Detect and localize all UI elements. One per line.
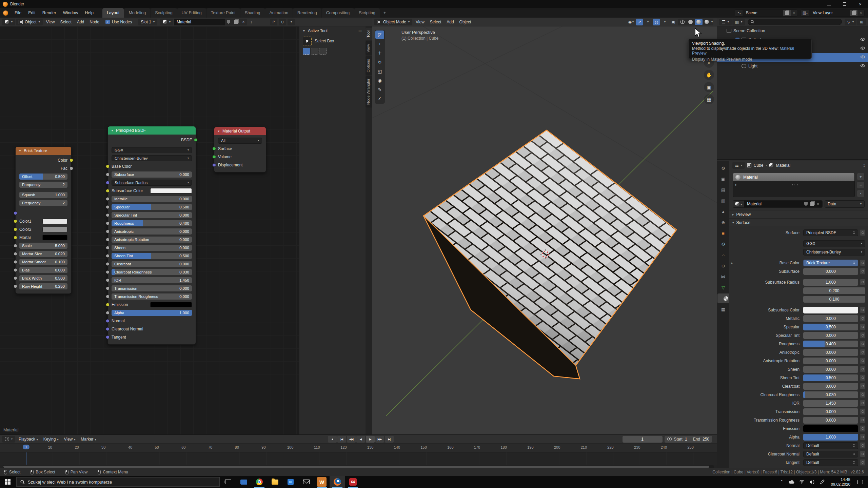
taskbar-search-input[interactable]: Szukaj w sieci Web i na swoim komputerze bbox=[16, 477, 220, 487]
topbar-menu[interactable]: File bbox=[11, 8, 25, 18]
topbar-menu[interactable]: Edit bbox=[25, 8, 39, 18]
auto-keying-button[interactable]: ● bbox=[328, 436, 337, 443]
node-param-row[interactable]: Christensen-Burley▾ Christensen-Burley C… bbox=[108, 155, 196, 162]
new-collection-button[interactable]: ⊞ bbox=[857, 19, 866, 25]
node-output-row[interactable]: Fac bbox=[16, 165, 71, 172]
animate-dot-button[interactable] bbox=[860, 425, 865, 432]
node-param-row[interactable]: Mortar Size0.020 Mortar Size Mortar Size bbox=[16, 250, 71, 258]
workspace-tab[interactable]: Compositing bbox=[322, 8, 354, 18]
shader-menu[interactable]: Select bbox=[58, 20, 74, 24]
node-socket[interactable] bbox=[14, 211, 17, 215]
animate-dot-button[interactable] bbox=[860, 324, 865, 330]
editor-type-button[interactable]: ▾ bbox=[2, 19, 15, 25]
node-socket[interactable] bbox=[14, 220, 17, 223]
node-slider[interactable]: Clearcoat0.000 bbox=[112, 261, 192, 267]
node-param-row[interactable]: Color2 Color2 Color2 bbox=[16, 226, 71, 233]
node-slider[interactable]: Alpha1.000 bbox=[112, 310, 192, 316]
slot-specials-dropdown[interactable]: ▾ bbox=[857, 190, 865, 197]
node-socket[interactable] bbox=[14, 236, 17, 240]
breadcrumb-object[interactable]: Cube bbox=[754, 163, 764, 168]
shader-menu[interactable]: Add bbox=[74, 20, 87, 24]
sidebar-tab[interactable]: View bbox=[366, 41, 372, 55]
node-param-row[interactable]: Frequency2 Frequency Frequency bbox=[16, 199, 71, 207]
color-swatch[interactable] bbox=[150, 302, 192, 307]
property-control[interactable]: Default ▾ bbox=[803, 459, 858, 466]
node-param-row[interactable]: Clearcoat▾ Clearcoat0.000 Clearcoat bbox=[108, 260, 196, 268]
animate-dot-button[interactable] bbox=[860, 315, 865, 322]
outliner-display-mode-dropdown[interactable]: ☰▾ bbox=[719, 19, 732, 25]
mode-dropdown[interactable]: Object Mode▾ bbox=[374, 19, 412, 25]
jump-to-start-button[interactable]: |◀ bbox=[337, 436, 346, 443]
property-control[interactable]: Brick Texture ▾ bbox=[803, 260, 858, 266]
node-param-row[interactable]: Specular▾ Specular0.500 Specular bbox=[108, 203, 196, 211]
node-socket[interactable] bbox=[106, 189, 110, 193]
sidebar-tab[interactable]: Options bbox=[366, 56, 372, 75]
new-scene-icon[interactable] bbox=[783, 10, 791, 16]
filter-funnel-icon[interactable]: ▽▾ bbox=[845, 19, 856, 25]
viewport-nav-button[interactable]: ▣ bbox=[704, 82, 714, 92]
timeline-menu[interactable]: Keying▾ bbox=[41, 437, 61, 442]
new-material-icon[interactable] bbox=[810, 202, 814, 206]
workspace-tab[interactable]: Rendering bbox=[293, 8, 321, 18]
node-param-row[interactable]: Subsurface Color▾ Subsurface Color Subsu… bbox=[108, 187, 196, 195]
panel-grip-icon[interactable]: ∷∷ bbox=[358, 29, 362, 33]
properties-tab[interactable]: ⊕ bbox=[717, 218, 729, 227]
property-control[interactable]: 0.000 ▾ bbox=[803, 366, 858, 373]
workspace-tab[interactable]: Scripting bbox=[354, 8, 380, 18]
node-param-row[interactable]: Color1 Color1 Color1 bbox=[16, 218, 71, 225]
property-control[interactable]: 1.000 ▾ bbox=[803, 434, 858, 441]
node-slider[interactable]: Squash1.000 bbox=[19, 192, 67, 198]
property-control[interactable]: Default ▾ bbox=[803, 451, 858, 458]
principled-bsdf-node[interactable]: ▼ Principled BSDF BSDF GGX▾ bbox=[107, 126, 196, 345]
next-keyframe-button[interactable]: ▶▶ bbox=[375, 436, 384, 443]
node-socket[interactable] bbox=[14, 285, 17, 288]
node-param-row[interactable]: Base Color▾ Base Color Base Color bbox=[108, 163, 196, 170]
select-mode-subtract-button[interactable] bbox=[319, 48, 327, 55]
view-layer-name[interactable]: View Layer bbox=[809, 10, 850, 16]
unlink-scene-icon[interactable]: × bbox=[791, 11, 797, 15]
animate-dot-button[interactable] bbox=[860, 408, 865, 415]
node-param-row[interactable]: Transmission Roughness▾ Transmission Rou… bbox=[108, 293, 196, 300]
animate-dot-button[interactable] bbox=[860, 260, 865, 266]
workspace-tab[interactable]: Layout bbox=[102, 8, 124, 18]
node-socket[interactable] bbox=[106, 205, 110, 209]
node-param-row[interactable]: Clearcoat Roughness▾ Clearcoat Roughness… bbox=[108, 268, 196, 276]
viewport-scene[interactable] bbox=[372, 26, 717, 434]
property-control[interactable]: 0.000 ▾ bbox=[803, 332, 858, 339]
viewport-menu[interactable]: View bbox=[413, 20, 427, 24]
viewport-menu[interactable]: Select bbox=[427, 20, 444, 24]
workspace-tab[interactable]: Texture Paint bbox=[206, 8, 240, 18]
node-socket[interactable] bbox=[14, 228, 17, 231]
timeline-ruler[interactable]: 1102030405060708090100110120130140150160… bbox=[0, 444, 717, 452]
node-param-row[interactable]: Row Height0.250 Row Height Row Height bbox=[16, 283, 71, 290]
node-socket[interactable] bbox=[106, 270, 110, 274]
properties-tab[interactable]: ▤ bbox=[717, 185, 729, 195]
node-socket[interactable] bbox=[106, 319, 110, 323]
animate-dot-button[interactable] bbox=[860, 417, 865, 423]
eye-icon[interactable] bbox=[860, 64, 865, 68]
node-param-row[interactable]: Offset0.500 Offset Offset bbox=[16, 173, 71, 180]
node-socket[interactable] bbox=[106, 279, 110, 282]
property-control[interactable]: 0.000 ▾ bbox=[803, 358, 858, 364]
add-slot-button[interactable]: + bbox=[857, 173, 865, 180]
node-socket[interactable] bbox=[106, 311, 110, 315]
node-slider[interactable]: Row Height0.250 bbox=[19, 283, 67, 289]
outliner-search-input[interactable] bbox=[748, 19, 842, 25]
new-view-layer-icon[interactable] bbox=[850, 10, 857, 16]
pen-icon[interactable] bbox=[818, 480, 827, 484]
collapse-triangle-icon[interactable]: ▼ bbox=[111, 129, 114, 132]
node-param-row[interactable]: Roughness▾ Roughness0.400 Roughness bbox=[108, 220, 196, 227]
properties-tab[interactable]: ▦ bbox=[717, 304, 729, 314]
properties-tab[interactable]: ▣ bbox=[717, 174, 729, 184]
blender-menu-icon[interactable] bbox=[0, 8, 11, 18]
timeline-menu[interactable]: Playback▾ bbox=[16, 437, 41, 442]
use-nodes-checkbox[interactable]: ✓ Use Nodes bbox=[103, 19, 135, 25]
node-slider[interactable]: Sheen Tint0.500 bbox=[112, 253, 192, 259]
shading-solid-button[interactable] bbox=[687, 19, 694, 25]
collapse-triangle-icon[interactable]: ▼ bbox=[19, 149, 21, 152]
property-control[interactable]: 0.000 ▾ bbox=[803, 417, 858, 424]
node-socket[interactable] bbox=[106, 336, 110, 339]
node-socket[interactable] bbox=[106, 230, 110, 233]
material-link-dropdown[interactable]: Data▾ bbox=[825, 200, 865, 208]
output-target-dropdown[interactable]: All▾ bbox=[218, 138, 262, 144]
